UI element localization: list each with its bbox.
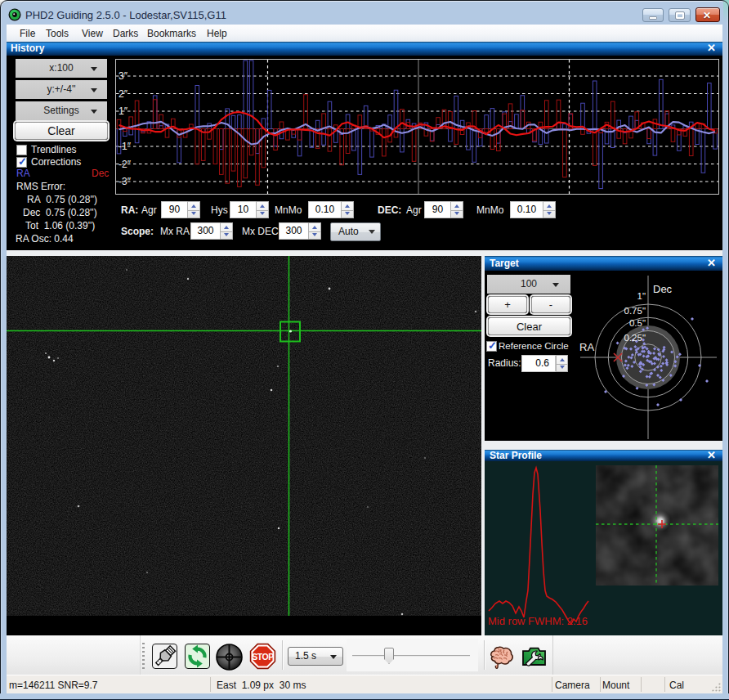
svg-text:Mid row FWHM: 2.16: Mid row FWHM: 2.16 [488,615,588,627]
svg-text:0.25": 0.25" [624,333,646,343]
svg-text:-3″: -3″ [119,176,132,187]
svg-text:Dec: Dec [653,283,673,295]
svg-text:RA: RA [579,341,594,353]
svg-text:-2″: -2″ [119,159,132,170]
svg-text:-1″: -1″ [119,141,132,152]
svg-text:STOP: STOP [252,652,274,662]
svg-text:0.75": 0.75" [624,306,646,316]
svg-text:2″: 2″ [119,88,128,100]
svg-text:1": 1" [637,291,646,301]
svg-text:3″: 3″ [119,70,128,82]
svg-text:1″: 1″ [119,105,128,117]
svg-text:0.5": 0.5" [629,318,646,328]
